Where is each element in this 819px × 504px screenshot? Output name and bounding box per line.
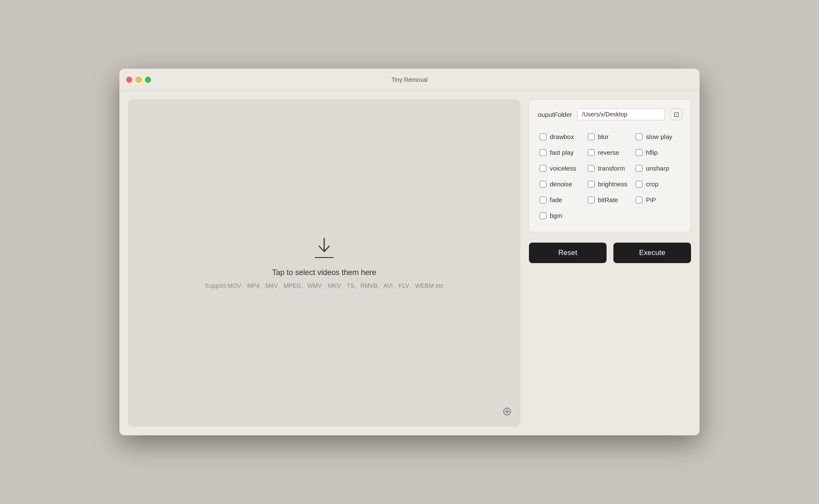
checkbox-item-crop[interactable]: crop — [634, 176, 682, 192]
checkbox-blur[interactable] — [588, 133, 595, 140]
drop-instruction: Tap to select videos them here — [272, 268, 376, 277]
checkbox-transform[interactable] — [588, 165, 595, 172]
checkbox-brightness[interactable] — [588, 181, 595, 188]
checkbox-label-blur: blur — [598, 133, 609, 140]
checkbox-label-PiP: PiP — [646, 196, 656, 203]
options-panel: ouputFolder ⊡ drawboxblurslow playfast p… — [529, 99, 691, 232]
checkbox-unsharp[interactable] — [636, 165, 642, 172]
checkbox-item-slow_play[interactable]: slow play — [634, 129, 682, 145]
checkbox-item-fast_play[interactable]: fast play — [538, 145, 586, 160]
checkbox-label-slow_play: slow play — [646, 133, 672, 140]
checkbox-fade[interactable] — [540, 197, 546, 203]
output-path-input[interactable] — [577, 108, 665, 120]
checkbox-label-brightness: brightness — [598, 180, 627, 188]
traffic-lights — [126, 77, 151, 83]
maximize-button[interactable] — [145, 77, 151, 83]
checkbox-denoise[interactable] — [540, 181, 546, 188]
checkbox-label-denoise: denoise — [550, 180, 572, 188]
titlebar: Tiny Removal — [119, 69, 700, 91]
checkbox-label-fast_play: fast play — [550, 149, 574, 156]
checkbox-item-blur[interactable]: blur — [586, 129, 634, 145]
checkbox-bgm[interactable] — [540, 212, 546, 219]
output-folder-label: ouputFolder — [538, 111, 572, 118]
checkbox-item-PiP[interactable]: PiP — [634, 192, 682, 208]
output-folder-row: ouputFolder ⊡ — [538, 108, 682, 120]
checkbox-item-transform[interactable]: transform — [586, 160, 634, 176]
checkbox-label-voiceless: voiceless — [550, 165, 576, 172]
window-title: Tiny Removal — [391, 76, 427, 83]
reset-button[interactable]: Reset — [529, 243, 607, 263]
checkbox-label-drawbox: drawbox — [550, 133, 574, 140]
checkbox-voiceless[interactable] — [540, 165, 546, 172]
checkbox-drawbox[interactable] — [540, 133, 546, 140]
checkbox-item-unsharp[interactable]: unsharp — [634, 160, 682, 176]
checkbox-item-denoise[interactable]: denoise — [538, 176, 586, 192]
checkbox-hflip[interactable] — [636, 149, 642, 156]
checkbox-item-hflip[interactable]: hflip — [634, 145, 682, 160]
checkbox-item-bitRate[interactable]: bitRate — [586, 192, 634, 208]
main-content: Tap to select videos them here Support M… — [119, 91, 700, 435]
checkbox-label-bgm: bgm — [550, 212, 562, 219]
checkbox-label-transform: transform — [598, 165, 625, 172]
checkbox-item-drawbox[interactable]: drawbox — [538, 129, 586, 145]
close-button[interactable] — [126, 77, 132, 83]
drop-line-decoration — [315, 257, 334, 258]
checkbox-label-hflip: hflip — [646, 149, 658, 156]
folder-icon: ⊡ — [674, 110, 679, 119]
checkbox-item-bgm[interactable]: bgm — [538, 208, 586, 223]
execute-button[interactable]: Execute — [613, 243, 691, 263]
checkbox-item-fade[interactable]: fade — [538, 192, 586, 208]
drop-icon — [315, 237, 334, 258]
supported-formats: Support MOV、MP4、M4V、MPEG、WMV、MKV、TS、RMVB… — [205, 282, 444, 290]
checkbox-label-fade: fade — [550, 196, 562, 203]
checkbox-label-crop: crop — [646, 180, 658, 188]
checkbox-bitRate[interactable] — [588, 197, 595, 203]
action-buttons: Reset Execute — [529, 243, 691, 263]
checkbox-fast_play[interactable] — [540, 149, 546, 156]
checkbox-item-reverse[interactable]: reverse — [586, 145, 634, 160]
minimize-button[interactable] — [136, 77, 142, 83]
checkbox-label-unsharp: unsharp — [646, 165, 669, 172]
browse-folder-button[interactable]: ⊡ — [670, 108, 682, 120]
checkbox-slow_play[interactable] — [636, 133, 642, 140]
download-icon — [315, 237, 334, 255]
app-window: Tiny Removal Tap to select videos them h… — [119, 69, 700, 435]
checkbox-reverse[interactable] — [588, 149, 595, 156]
checkbox-label-bitRate: bitRate — [598, 196, 619, 203]
checkbox-item-brightness[interactable]: brightness — [586, 176, 634, 192]
sidebar: ouputFolder ⊡ drawboxblurslow playfast p… — [529, 99, 691, 427]
checkboxes-grid: drawboxblurslow playfast playreversehfli… — [538, 129, 682, 223]
checkbox-crop[interactable] — [636, 181, 642, 188]
drop-area[interactable]: Tap to select videos them here Support M… — [128, 99, 520, 427]
checkbox-PiP[interactable] — [636, 197, 642, 203]
checkbox-item-voiceless[interactable]: voiceless — [538, 160, 586, 176]
checkbox-label-reverse: reverse — [598, 149, 619, 156]
globe-icon[interactable]: ⊕ — [502, 404, 512, 418]
